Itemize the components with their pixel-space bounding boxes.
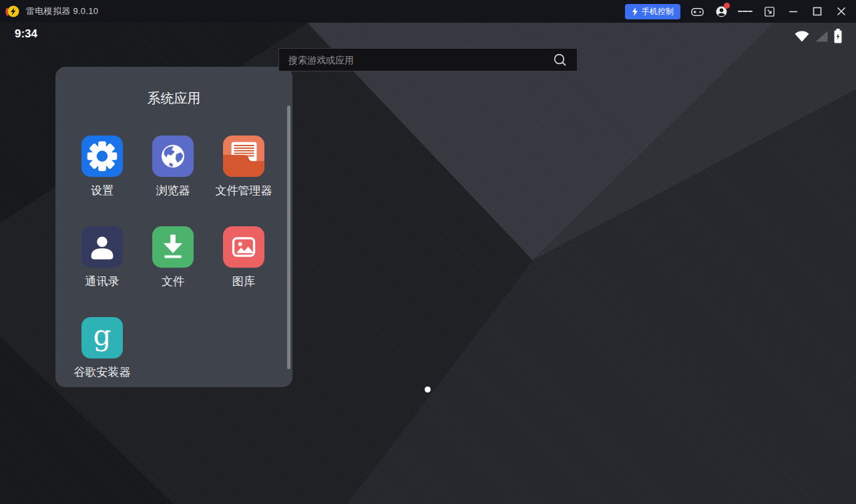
- app-tile: g: [81, 317, 123, 358]
- app-label: 文件管理器: [216, 183, 272, 198]
- app-item-file-manager[interactable]: 文件管理器: [208, 136, 279, 226]
- letter-g-icon: g: [93, 322, 112, 350]
- wifi-icon: [794, 29, 810, 43]
- app-item-settings[interactable]: 设置: [67, 136, 138, 226]
- window-titlebar: 雷电模拟器 9.0.10 手机控制: [0, 0, 856, 23]
- app-item-files[interactable]: 文件: [138, 226, 208, 317]
- app-item-google-installer[interactable]: g 谷歌安装器: [67, 317, 138, 408]
- folder-title: 系统应用: [55, 89, 292, 107]
- app-tile: [81, 136, 123, 177]
- download-icon: [152, 226, 194, 268]
- folder-scrollbar[interactable]: [287, 105, 290, 369]
- status-time: 9:34: [15, 27, 37, 41]
- gamepad-icon[interactable]: [690, 4, 704, 19]
- app-tile: [152, 226, 194, 268]
- emulator-window: 雷电模拟器 9.0.10 手机控制: [0, 0, 856, 504]
- app-label: 浏览器: [156, 183, 190, 198]
- notification-dot: [724, 3, 730, 9]
- app-tile: [152, 136, 194, 177]
- app-item-gallery[interactable]: 图库: [208, 226, 279, 317]
- battery-icon: [833, 28, 843, 44]
- phone-control-label: 手机控制: [642, 6, 674, 17]
- app-item-contacts[interactable]: 通讯录: [67, 226, 138, 317]
- app-label: 图库: [232, 274, 255, 289]
- page-indicator-dot: [425, 387, 431, 393]
- app-label: 通讯录: [85, 274, 120, 289]
- app-tile: [223, 226, 264, 268]
- menu-icon[interactable]: [738, 4, 753, 19]
- app-label: 设置: [91, 183, 114, 198]
- globe-icon: [152, 136, 194, 177]
- app-tile: [81, 226, 123, 268]
- person-icon: [81, 226, 123, 268]
- maximize-button[interactable]: [810, 4, 825, 19]
- app-folder-panel: 系统应用: [55, 67, 292, 387]
- phone-control-button[interactable]: 手机控制: [625, 4, 680, 19]
- close-button[interactable]: [834, 4, 849, 19]
- resize-icon[interactable]: [762, 4, 777, 19]
- app-grid: 设置 浏览器: [67, 136, 279, 408]
- signal-icon: [815, 29, 829, 43]
- window-title: 雷电模拟器 9.0.10: [26, 5, 98, 17]
- app-label: 文件: [162, 274, 184, 289]
- search-icon[interactable]: [553, 53, 568, 67]
- app-tile: [223, 136, 264, 177]
- search-input[interactable]: [279, 55, 553, 65]
- search-bar: [278, 48, 578, 71]
- ldplayer-logo-icon: [5, 4, 20, 19]
- minimize-button[interactable]: [786, 4, 801, 19]
- file-manager-icon: [223, 136, 264, 177]
- app-item-browser[interactable]: 浏览器: [138, 136, 208, 226]
- account-icon[interactable]: [714, 4, 728, 19]
- gear-icon: [81, 136, 123, 177]
- android-screen: 9:34: [0, 23, 856, 504]
- flash-icon: [632, 7, 638, 16]
- app-label: 谷歌安装器: [74, 364, 131, 380]
- gallery-icon: [223, 226, 264, 268]
